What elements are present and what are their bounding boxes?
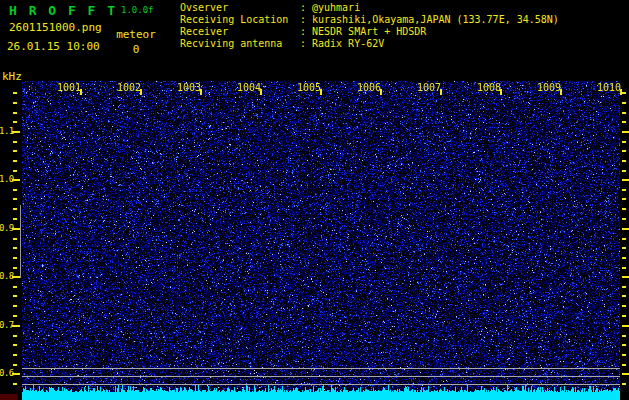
freq-tick-minor-left [13, 170, 17, 172]
freq-tick-minor-left [13, 383, 17, 385]
freq-tick-minor-right [622, 218, 626, 220]
freq-tick-minor-right [622, 305, 626, 307]
freq-tick-minor-right [622, 102, 626, 104]
spectrogram-canvas [22, 81, 620, 400]
freq-tick-major-right [622, 373, 629, 375]
freq-tick-minor-left [13, 344, 17, 346]
time-tick [260, 89, 262, 95]
freq-tick-major-right [622, 325, 629, 327]
freq-tick-minor-left [13, 286, 17, 288]
freq-tick-minor-left [13, 208, 17, 210]
freq-tick-minor-left [13, 121, 17, 123]
freq-tick-minor-right [622, 121, 626, 123]
info-row-label: Receiving Location [180, 14, 288, 25]
meteor-counter-value: 0 [112, 43, 160, 56]
time-tick [320, 89, 322, 95]
time-tick [500, 89, 502, 95]
freq-tick-minor-right [622, 267, 626, 269]
freq-tick-minor-left [13, 257, 17, 259]
info-row-value: kurashiki,Okayama,JAPAN (133.77E, 34.58N… [312, 14, 559, 25]
freq-tick-major-right [622, 228, 629, 230]
freq-tick-minor-right [622, 141, 626, 143]
freq-tick-minor-left [13, 238, 17, 240]
info-row-colon: : [300, 38, 306, 49]
time-tick [140, 89, 142, 95]
freq-tick-minor-left [13, 198, 17, 200]
freq-tick-minor-right [622, 238, 626, 240]
info-row: Receiving Location:kurashiki,Okayama,JAP… [180, 14, 625, 26]
time-tick [560, 89, 562, 95]
app-title: H R O F F T [9, 3, 117, 18]
freq-tick-minor-left [13, 141, 17, 143]
freq-tick-minor-right [622, 364, 626, 366]
capture-filename: 2601151000.png [9, 21, 102, 34]
freq-tick-minor-left [13, 160, 17, 162]
freq-tick-minor-right [622, 257, 626, 259]
freq-tick-minor-left [13, 335, 17, 337]
app-version: 1.0.0f [121, 5, 154, 15]
freq-tick-minor-right [622, 354, 626, 356]
time-tick [440, 89, 442, 95]
freq-tick-minor-left [13, 295, 17, 297]
freq-tick-minor-left [13, 247, 17, 249]
freq-tick-major-left [12, 131, 20, 133]
freq-tick-major-right [622, 131, 629, 133]
freq-axis-unit-label: kHz [2, 70, 22, 83]
freq-tick-major-left [12, 179, 20, 181]
info-row-colon: : [300, 14, 306, 25]
freq-tick-minor-right [622, 335, 626, 337]
freq-tick-minor-left [13, 305, 17, 307]
freq-tick-minor-right [622, 198, 626, 200]
freq-tick-minor-left [13, 189, 17, 191]
info-row-colon: : [300, 26, 306, 37]
info-row-label: Receiver [180, 26, 228, 37]
freq-tick-minor-right [622, 247, 626, 249]
freq-tick-minor-left [13, 218, 17, 220]
freq-tick-major-left [12, 228, 20, 230]
freq-tick-major-left [12, 276, 20, 278]
freq-tick-minor-left [13, 92, 17, 94]
info-row: Ovserver:@yuhmari [180, 2, 625, 14]
freq-tick-minor-right [622, 383, 626, 385]
freq-tick-minor-left [13, 364, 17, 366]
band-marker-line [20, 205, 21, 278]
time-tick [380, 89, 382, 95]
freq-tick-minor-right [622, 189, 626, 191]
freq-tick-minor-left [13, 112, 17, 114]
time-tick [620, 89, 622, 95]
info-row-label: Recviving antenna [180, 38, 282, 49]
freq-tick-minor-right [622, 170, 626, 172]
freq-tick-minor-right [622, 295, 626, 297]
freq-tick-minor-left [13, 315, 17, 317]
info-row-label: Ovserver [180, 2, 228, 13]
freq-tick-minor-right [622, 286, 626, 288]
freq-tick-minor-left [13, 267, 17, 269]
capture-datetime: 26.01.15 10:00 [7, 40, 100, 53]
time-tick [200, 89, 202, 95]
receiver-info-panel: Ovserver:@yuhmariReceiving Location:kura… [180, 2, 625, 50]
info-row: Receiver:NESDR SMArt + HDSDR [180, 26, 625, 38]
freq-tick-minor-right [622, 315, 626, 317]
freq-tick-minor-left [13, 150, 17, 152]
info-row-value: @yuhmari [312, 2, 360, 13]
info-row-value: Radix RY-62V [312, 38, 384, 49]
freq-tick-minor-right [622, 112, 626, 114]
freq-tick-minor-left [13, 102, 17, 104]
meteor-counter-label: meteor [112, 28, 160, 41]
freq-tick-minor-right [622, 344, 626, 346]
freq-tick-major-right [622, 276, 629, 278]
time-tick [80, 89, 82, 95]
freq-tick-minor-right [622, 208, 626, 210]
corner-status-block [0, 394, 18, 400]
freq-tick-minor-right [622, 150, 626, 152]
freq-tick-minor-left [13, 354, 17, 356]
freq-tick-minor-right [622, 160, 626, 162]
info-row-value: NESDR SMArt + HDSDR [312, 26, 426, 37]
freq-tick-major-left [12, 325, 20, 327]
freq-tick-major-left [12, 373, 20, 375]
info-row: Recviving antenna:Radix RY-62V [180, 38, 625, 50]
info-row-colon: : [300, 2, 306, 13]
freq-tick-major-right [622, 179, 629, 181]
